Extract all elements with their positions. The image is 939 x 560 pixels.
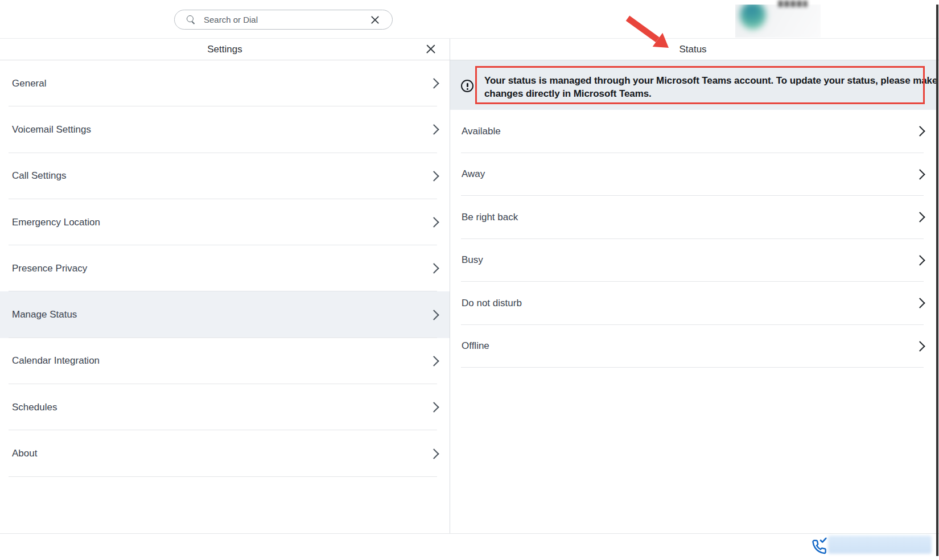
sidebar-item-call-settings[interactable]: Call Settings <box>0 153 450 199</box>
alert-circle-icon <box>461 80 473 92</box>
phone-check-icon[interactable] <box>810 537 827 555</box>
close-settings-icon[interactable] <box>424 42 438 56</box>
status-option-label: Do not disturb <box>462 298 522 309</box>
chevron-right-icon <box>915 126 925 137</box>
sidebar-item-schedules[interactable]: Schedules <box>0 384 450 430</box>
chevron-right-icon <box>429 78 439 88</box>
avatar-image <box>740 5 766 30</box>
status-option-be-right-back[interactable]: Be right back <box>450 196 936 239</box>
status-option-label: Be right back <box>462 212 518 223</box>
sidebar-item-label: Schedules <box>12 402 57 413</box>
chevron-right-icon <box>915 212 925 223</box>
footer-divider <box>0 533 939 534</box>
banner-message: Your status is managed through your Micr… <box>484 74 928 100</box>
sidebar-item-manage-status[interactable]: Manage Status <box>0 291 450 337</box>
status-option-label: Away <box>462 168 485 180</box>
avatar[interactable] <box>735 5 821 38</box>
banner-message-line1: Your status is managed through your Micr… <box>484 74 928 87</box>
search-placeholder: Search or Dial <box>204 15 370 24</box>
chevron-right-icon <box>429 356 439 366</box>
sidebar-item-voicemail-settings[interactable]: Voicemail Settings <box>0 106 450 153</box>
status-options-list: Available Away Be right back Busy Do not… <box>450 110 936 368</box>
status-option-label: Busy <box>462 254 483 266</box>
sidebar-item-label: Calendar Integration <box>12 355 100 367</box>
sidebar-item-label: Call Settings <box>12 170 66 182</box>
sidebar-item-emergency-location[interactable]: Emergency Location <box>0 199 450 245</box>
status-panel-title: Status <box>450 39 936 60</box>
status-option-away[interactable]: Away <box>450 153 936 196</box>
topbar: Search or Dial <box>0 0 939 38</box>
sidebar-item-about[interactable]: About <box>0 430 450 476</box>
sidebar-item-label: Manage Status <box>12 309 77 320</box>
teams-status-banner: Your status is managed through your Micr… <box>450 60 936 110</box>
sidebar-item-calendar-integration[interactable]: Calendar Integration <box>0 338 450 384</box>
chevron-right-icon <box>915 298 925 308</box>
status-option-label: Available <box>462 126 501 137</box>
status-option-do-not-disturb[interactable]: Do not disturb <box>450 282 936 325</box>
sidebar-item-label: General <box>12 78 46 89</box>
clear-search-icon[interactable] <box>370 15 380 24</box>
chevron-right-icon <box>915 255 925 265</box>
status-option-busy[interactable]: Busy <box>450 239 936 282</box>
search-input[interactable]: Search or Dial <box>174 10 393 30</box>
banner-message-line2: changes directly in Microsoft Teams. <box>484 87 928 100</box>
search-icon <box>187 15 196 24</box>
chevron-right-icon <box>429 263 439 274</box>
avatar-blur <box>735 5 821 38</box>
status-option-label: Offline <box>462 340 489 352</box>
footer-status-text-blurred <box>828 536 932 554</box>
chevron-right-icon <box>429 402 439 413</box>
sidebar-item-label: About <box>12 448 37 459</box>
chevron-right-icon <box>915 341 925 351</box>
chevron-right-icon <box>429 125 439 135</box>
sidebar-item-general[interactable]: General <box>0 60 450 106</box>
chevron-right-icon <box>915 169 925 179</box>
account-name-blurred <box>779 1 807 7</box>
chevron-right-icon <box>429 448 439 459</box>
settings-panel-title: Settings <box>0 39 450 60</box>
status-option-offline[interactable]: Offline <box>450 325 936 368</box>
header-band: Settings Status <box>0 39 939 60</box>
sidebar-item-label: Presence Privacy <box>12 263 87 274</box>
status-option-available[interactable]: Available <box>450 110 936 153</box>
chevron-right-icon <box>429 171 439 181</box>
settings-menu: General Voicemail Settings Call Settings… <box>0 60 450 477</box>
app-window: Search or Dial Settings Status General V… <box>0 0 939 560</box>
chevron-right-icon <box>429 310 439 320</box>
sidebar-item-presence-privacy[interactable]: Presence Privacy <box>0 245 450 291</box>
chevron-right-icon <box>429 217 439 227</box>
window-edge <box>936 5 938 556</box>
sidebar-item-label: Emergency Location <box>12 217 100 228</box>
sidebar-item-label: Voicemail Settings <box>12 124 91 135</box>
